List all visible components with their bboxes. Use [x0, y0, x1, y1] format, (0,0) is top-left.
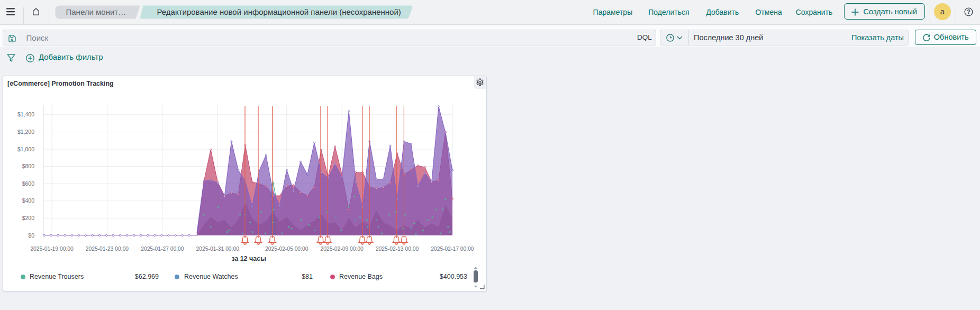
svg-text:2025-01-19 00:00: 2025-01-19 00:00: [30, 246, 74, 252]
svg-text:2025-01-31 00:00: 2025-01-31 00:00: [196, 246, 240, 252]
svg-text:за 12 часы: за 12 часы: [231, 255, 266, 262]
svg-text:2025-02-09 00:00: 2025-02-09 00:00: [320, 246, 364, 252]
svg-text:$1,000: $1,000: [17, 146, 34, 152]
svg-text:Редактирование новой информаци: Редактирование новой информационной пане…: [157, 7, 401, 16]
svg-text:2025-01-27 00:00: 2025-01-27 00:00: [141, 246, 184, 252]
svg-text:$0: $0: [28, 232, 34, 239]
svg-text:2025-02-13 00:00: 2025-02-13 00:00: [376, 246, 419, 252]
svg-text:$600: $600: [22, 180, 35, 187]
svg-text:2025-02-17 00:00: 2025-02-17 00:00: [431, 246, 474, 252]
svg-text:2025-01-23 00:00: 2025-01-23 00:00: [86, 246, 129, 252]
svg-text:$1,200: $1,200: [17, 129, 34, 135]
svg-text:$1,400: $1,400: [17, 111, 34, 117]
svg-text:2025-02-05 00:00: 2025-02-05 00:00: [265, 246, 308, 252]
svg-text:Панели монит…: Панели монит…: [66, 7, 126, 16]
svg-text:?: ?: [967, 8, 970, 15]
svg-text:$400: $400: [22, 197, 35, 204]
svg-text:$800: $800: [22, 163, 35, 169]
svg-text:$200: $200: [22, 215, 35, 221]
